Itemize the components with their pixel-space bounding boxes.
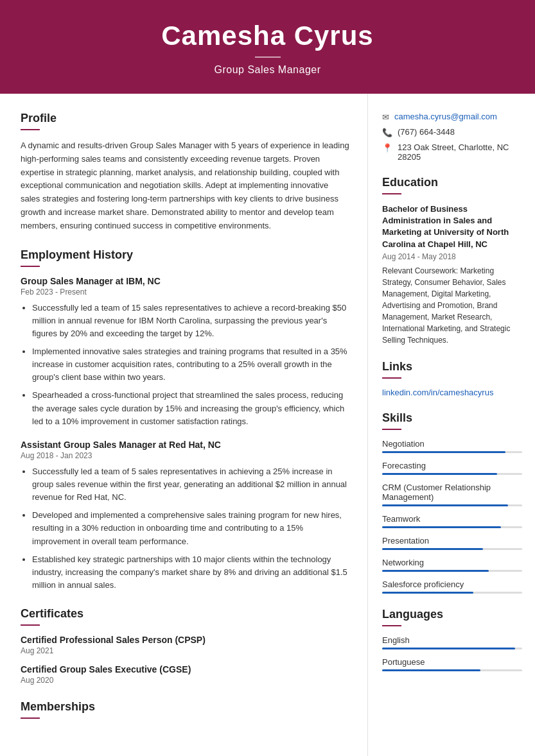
contact-section: ✉ camesha.cyrus@gmail.com 📞 (767) 664-34… xyxy=(382,112,522,162)
skill-item-0: Negotiation xyxy=(382,439,522,453)
lang-bar-fill-1 xyxy=(382,669,480,671)
contact-address-row: 📍 123 Oak Street, Charlotte, NC 28205 xyxy=(382,142,522,162)
skill-bar-fill-4 xyxy=(382,548,483,550)
skill-name-6: Salesforce proficiency xyxy=(382,580,522,589)
skill-name-2: CRM (Customer Relationship Management) xyxy=(382,483,522,502)
job-2: Assistant Group Sales Manager at Red Hat… xyxy=(21,440,349,592)
phone-text: (767) 664-3448 xyxy=(398,127,455,137)
cert-2-title: Certified Group Sales Executive (CGSE) xyxy=(21,664,349,674)
left-column: Profile A dynamic and results-driven Gro… xyxy=(0,94,368,756)
address-text: 123 Oak Street, Charlotte, NC 28205 xyxy=(398,142,522,162)
skill-bar-bg-4 xyxy=(382,548,522,550)
phone-icon: 📞 xyxy=(382,128,392,137)
languages-divider xyxy=(382,625,401,626)
contact-phone-row: 📞 (767) 664-3448 xyxy=(382,127,522,137)
skill-name-5: Networking xyxy=(382,558,522,567)
skill-bar-fill-3 xyxy=(382,526,501,528)
skill-bar-bg-0 xyxy=(382,451,522,453)
job-1-bullet-1: Successfully led a team of 15 sales repr… xyxy=(32,302,349,340)
certificates-section: Certificates Certified Professional Sale… xyxy=(21,607,349,685)
edu-degree: Bachelor of Business Administration in S… xyxy=(382,203,522,250)
cert-1-title: Certified Professional Sales Person (CPS… xyxy=(21,635,349,645)
right-column: ✉ camesha.cyrus@gmail.com 📞 (767) 664-34… xyxy=(368,94,535,756)
skill-item-4: Presentation xyxy=(382,536,522,550)
cert-1: Certified Professional Sales Person (CPS… xyxy=(21,635,349,655)
cert-2: Certified Group Sales Executive (CGSE) A… xyxy=(21,664,349,685)
lang-name-0: English xyxy=(382,635,522,645)
skills-divider xyxy=(382,429,401,430)
links-divider xyxy=(382,377,401,379)
contact-email-row: ✉ camesha.cyrus@gmail.com xyxy=(382,112,522,122)
job-1: Group Sales Manager at IBM, NC Feb 2023 … xyxy=(21,276,349,428)
skill-bar-fill-5 xyxy=(382,570,489,572)
email-link[interactable]: camesha.cyrus@gmail.com xyxy=(394,112,497,121)
email-icon: ✉ xyxy=(382,112,389,122)
education-divider xyxy=(382,193,401,194)
skill-name-3: Teamwork xyxy=(382,514,522,524)
job-1-bullet-3: Spearheaded a cross-functional project t… xyxy=(32,389,349,427)
certificates-divider xyxy=(21,624,40,626)
links-title: Links xyxy=(382,360,522,374)
languages-title: Languages xyxy=(382,608,522,621)
lang-item-0: English xyxy=(382,635,522,649)
skill-bar-bg-2 xyxy=(382,504,522,506)
memberships-title: Memberships xyxy=(21,700,349,714)
location-icon: 📍 xyxy=(382,143,392,153)
skill-bar-bg-3 xyxy=(382,526,522,528)
skill-item-6: Salesforce proficiency xyxy=(382,580,522,594)
job-2-bullet-3: Established key strategic partnerships w… xyxy=(32,553,349,592)
skill-bar-fill-2 xyxy=(382,504,508,506)
skill-item-3: Teamwork xyxy=(382,514,522,528)
education-section: Education Bachelor of Business Administr… xyxy=(382,176,522,346)
edu-date: Aug 2014 - May 2018 xyxy=(382,252,522,261)
skill-bar-fill-0 xyxy=(382,451,505,453)
lang-bar-bg-0 xyxy=(382,648,522,649)
skill-bar-fill-1 xyxy=(382,473,497,475)
skill-bar-bg-5 xyxy=(382,570,522,572)
job-2-bullets: Successfully led a team of 5 sales repre… xyxy=(21,465,349,592)
skill-bar-fill-6 xyxy=(382,592,473,594)
lang-bar-fill-0 xyxy=(382,648,515,649)
candidate-name: Camesha Cyrus xyxy=(13,21,522,51)
lang-item-1: Portuguese xyxy=(382,657,522,671)
education-title: Education xyxy=(382,176,522,189)
profile-text: A dynamic and results-driven Group Sales… xyxy=(21,139,349,233)
memberships-divider xyxy=(21,717,40,719)
header-divider xyxy=(255,56,281,58)
lang-name-1: Portuguese xyxy=(382,657,522,667)
skill-item-1: Forecasting xyxy=(382,461,522,475)
skills-list: Negotiation Forecasting CRM (Customer Re… xyxy=(382,439,522,594)
links-section: Links linkedin.com/in/cameshacyrus xyxy=(382,360,522,397)
skill-name-1: Forecasting xyxy=(382,461,522,470)
profile-title: Profile xyxy=(21,112,349,125)
skill-name-4: Presentation xyxy=(382,536,522,546)
languages-section: Languages English Portuguese xyxy=(382,608,522,671)
employment-divider xyxy=(21,266,40,267)
cert-1-date: Aug 2021 xyxy=(21,646,349,655)
job-1-date: Feb 2023 - Present xyxy=(21,288,349,296)
lang-bar-bg-1 xyxy=(382,669,522,671)
memberships-section: Memberships xyxy=(21,700,349,719)
job-2-bullet-1: Successfully led a team of 5 sales repre… xyxy=(32,465,349,504)
skill-bar-bg-6 xyxy=(382,592,522,594)
employment-section: Employment History Group Sales Manager a… xyxy=(21,248,349,592)
skill-name-0: Negotiation xyxy=(382,439,522,449)
profile-section: Profile A dynamic and results-driven Gro… xyxy=(21,112,349,233)
job-2-bullet-2: Developed and implemented a comprehensiv… xyxy=(32,509,349,547)
candidate-title: Group Sales Manager xyxy=(13,64,522,76)
job-2-date: Aug 2018 - Jan 2023 xyxy=(21,451,349,460)
main-layout: Profile A dynamic and results-driven Gro… xyxy=(0,94,535,756)
job-1-title: Group Sales Manager at IBM, NC xyxy=(21,276,349,286)
skill-item-5: Networking xyxy=(382,558,522,572)
job-1-bullet-2: Implemented innovative sales strategies … xyxy=(32,345,349,384)
job-1-bullets: Successfully led a team of 15 sales repr… xyxy=(21,302,349,428)
certificates-title: Certificates xyxy=(21,607,349,621)
skill-bar-bg-1 xyxy=(382,473,522,475)
skill-item-2: CRM (Customer Relationship Management) xyxy=(382,483,522,506)
skills-section: Skills Negotiation Forecasting CRM (Cust… xyxy=(382,411,522,594)
cert-2-date: Aug 2020 xyxy=(21,676,349,685)
resume-header: Camesha Cyrus Group Sales Manager xyxy=(0,0,535,94)
edu-coursework: Relevant Coursework: Marketing Strategy,… xyxy=(382,265,522,346)
job-2-title: Assistant Group Sales Manager at Red Hat… xyxy=(21,440,349,450)
linkedin-link[interactable]: linkedin.com/in/cameshacyrus xyxy=(382,388,493,397)
